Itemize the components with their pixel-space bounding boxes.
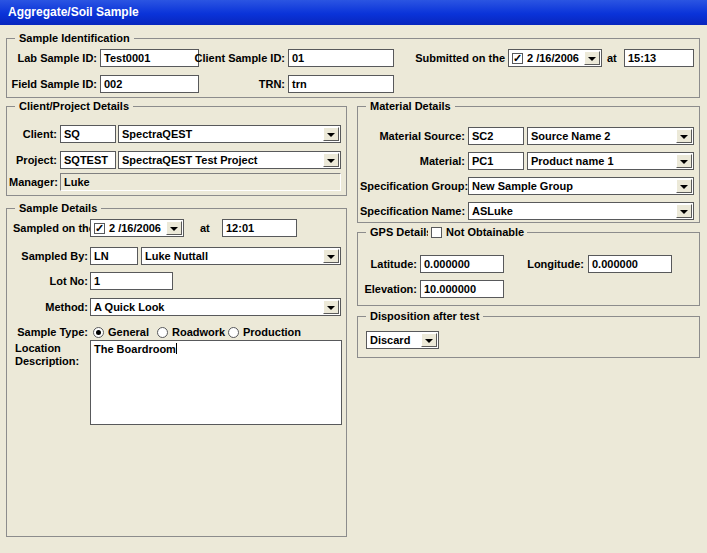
trn-field[interactable]: trn [288, 75, 394, 93]
chevron-down-icon[interactable] [676, 129, 692, 143]
sampled-by-name-value: Luke Nuttall [142, 248, 340, 264]
client-sample-id-label: Client Sample ID: [193, 49, 285, 67]
material-name-dropdown[interactable]: Product name 1 [527, 152, 694, 170]
lab-sample-id-label: Lab Sample ID: [9, 49, 97, 67]
radio-selected-icon[interactable] [93, 327, 104, 338]
specification-group-label: Specification Group: [360, 177, 465, 195]
group-title-material-details: Material Details [366, 99, 455, 113]
specification-name-label: Specification Name: [360, 202, 465, 220]
method-value: A Quick Look [91, 299, 340, 315]
project-name-value: SpectraQEST Test Project [119, 152, 340, 168]
text-cursor [176, 343, 177, 354]
disposition-dropdown[interactable]: Discard [366, 331, 439, 349]
chevron-down-icon[interactable] [323, 300, 339, 314]
field-sample-id-field[interactable]: 002 [100, 75, 199, 93]
lab-sample-id-field[interactable]: Test0001 [100, 49, 199, 67]
elevation-label: Elevation: [360, 280, 417, 298]
material-source-label: Material Source: [360, 127, 465, 145]
lot-no-field[interactable]: 1 [90, 272, 173, 290]
specification-name-value: ASLuke [469, 203, 693, 219]
sampled-by-name-dropdown[interactable]: Luke Nuttall [141, 247, 341, 265]
chevron-down-icon[interactable] [584, 51, 600, 65]
window-title: Aggregate/Soil Sample [8, 5, 139, 19]
group-sample-details: Sample Details Sampled on the 2 /16/2006… [6, 208, 347, 537]
longitude-label: Longitude: [526, 255, 584, 273]
chevron-down-icon[interactable] [676, 204, 692, 218]
submitted-time-field[interactable]: 15:13 [624, 49, 694, 67]
location-description-label: Location Description: [15, 342, 79, 368]
method-label: Method: [9, 298, 88, 316]
not-obtainable-label: Not Obtainable [446, 226, 524, 238]
material-source-name-dropdown[interactable]: Source Name 2 [527, 127, 694, 145]
radio-unselected-icon[interactable] [157, 327, 168, 338]
sampled-date-checkbox checkmark-icon[interactable] [94, 223, 105, 234]
radio-roadwork-label: Roadwork [172, 326, 225, 338]
chevron-down-icon[interactable] [323, 153, 339, 167]
group-title-disposition: Disposition after test [366, 309, 483, 323]
sampled-by-label: Sampled By: [9, 247, 88, 265]
window-titlebar: Aggregate/Soil Sample [0, 0, 707, 25]
radio-general-label: General [108, 326, 149, 338]
group-client-project-details: Client/Project Details Client: SQ Spectr… [6, 106, 347, 196]
dialog-window: Aggregate/Soil Sample Sample Identificat… [0, 0, 707, 553]
project-code-field[interactable]: SQTEST [60, 151, 116, 169]
longitude-field[interactable]: 0.000000 [588, 255, 672, 273]
client-name-value: SpectraQEST [119, 126, 340, 142]
specification-group-dropdown[interactable]: New Sample Group [468, 177, 694, 195]
specification-name-dropdown[interactable]: ASLuke [468, 202, 694, 220]
method-dropdown[interactable]: A Quick Look [90, 298, 341, 316]
group-title-sample-details: Sample Details [15, 201, 101, 215]
radio-unselected-icon[interactable] [228, 327, 239, 338]
group-title-sample-identification: Sample Identification [15, 31, 134, 45]
elevation-field[interactable]: 10.000000 [420, 280, 504, 298]
latitude-label: Latitude: [360, 255, 417, 273]
chevron-down-icon[interactable] [323, 127, 339, 141]
location-description-value: The Boardroom [94, 343, 176, 355]
material-code-field[interactable]: PC1 [468, 152, 524, 170]
submitted-date-picker[interactable]: 2 /16/2006 [508, 49, 602, 67]
trn-label: TRN: [193, 75, 285, 93]
sampled-date-picker[interactable]: 2 /16/2006 [90, 219, 184, 237]
sampled-at-label: at [200, 219, 210, 237]
radio-production-label: Production [243, 326, 301, 338]
sample-type-radio-roadwork[interactable]: Roadwork [157, 323, 225, 341]
material-name-value: Product name 1 [528, 153, 693, 169]
chevron-down-icon[interactable] [676, 179, 692, 193]
location-description-textarea[interactable]: The Boardroom [90, 340, 342, 425]
sample-type-radio-production[interactable]: Production [228, 323, 301, 341]
chevron-down-icon[interactable] [323, 249, 339, 263]
project-label: Project: [9, 151, 57, 169]
submitted-on-label: Submitted on the [411, 49, 505, 67]
manager-field: Luke [60, 173, 341, 191]
client-sample-id-field[interactable]: 01 [288, 49, 394, 67]
sample-type-label: Sample Type: [9, 323, 88, 341]
sampled-time-field[interactable]: 12:01 [222, 219, 297, 237]
material-source-code-field[interactable]: SC2 [468, 127, 524, 145]
group-material-details: Material Details Material Source: SC2 So… [357, 106, 700, 223]
not-obtainable-checkbox[interactable] [431, 227, 442, 238]
client-name-dropdown[interactable]: SpectraQEST [118, 125, 341, 143]
group-disposition: Disposition after test Discard [357, 316, 700, 358]
client-code-field[interactable]: SQ [60, 125, 116, 143]
chevron-down-icon[interactable] [166, 221, 182, 235]
manager-label: Manager: [9, 173, 57, 191]
sampled-by-code-field[interactable]: LN [90, 247, 138, 265]
group-sample-identification: Sample Identification Lab Sample ID: Tes… [6, 38, 700, 98]
submitted-date-checkbox checkmark-icon[interactable] [512, 53, 523, 64]
material-source-name-value: Source Name 2 [528, 128, 693, 144]
field-sample-id-label: Field Sample ID: [9, 75, 97, 93]
latitude-field[interactable]: 0.000000 [420, 255, 504, 273]
not-obtainable-option[interactable]: Not Obtainable [428, 225, 527, 239]
specification-group-value: New Sample Group [469, 178, 693, 194]
project-name-dropdown[interactable]: SpectraQEST Test Project [118, 151, 341, 169]
group-title-client-project-details: Client/Project Details [15, 99, 133, 113]
material-label: Material: [360, 152, 465, 170]
sample-type-radio-general[interactable]: General [93, 323, 149, 341]
submitted-at-label: at [607, 49, 617, 67]
sampled-on-label: Sampled on the [13, 219, 95, 237]
lot-no-label: Lot No: [9, 272, 88, 290]
chevron-down-icon[interactable] [421, 333, 437, 347]
group-title-gps-details: GPS Details [366, 225, 436, 239]
chevron-down-icon[interactable] [676, 154, 692, 168]
group-gps-details: GPS Details Not Obtainable Latitude: 0.0… [357, 232, 700, 306]
